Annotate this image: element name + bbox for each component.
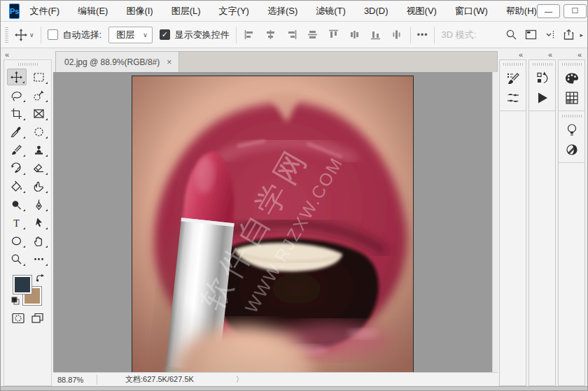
lightbulb-icon[interactable] bbox=[561, 120, 582, 140]
search-icon[interactable] bbox=[504, 28, 518, 42]
history-brush-tool[interactable] bbox=[7, 159, 27, 176]
expand-dock-icon[interactable]: « bbox=[519, 50, 522, 59]
align-top-icon[interactable] bbox=[327, 28, 341, 42]
vertical-scrollbar[interactable] bbox=[492, 72, 498, 372]
expand-dock-icon[interactable]: « bbox=[578, 50, 581, 59]
swatches-panel-icon[interactable] bbox=[561, 88, 582, 108]
status-expand-icon[interactable]: 〉 bbox=[236, 374, 244, 385]
canvas-area[interactable]: 软件自学网 WWW.RJZXW.COM bbox=[53, 72, 498, 372]
color-panel-icon[interactable] bbox=[561, 69, 582, 88]
auto-select-label: 自动选择: bbox=[63, 29, 102, 41]
path-selection-tool[interactable] bbox=[29, 214, 49, 231]
minimize-button[interactable]: — bbox=[537, 4, 560, 18]
workspace-panel-icon[interactable] bbox=[524, 28, 538, 42]
rectangular-marquee-tool[interactable] bbox=[29, 69, 49, 85]
eraser-tool[interactable] bbox=[29, 159, 49, 176]
auto-select-checkbox[interactable] bbox=[48, 29, 58, 40]
tools-grip-handle[interactable] bbox=[18, 63, 38, 66]
maximize-button[interactable]: ☐ bbox=[564, 4, 587, 18]
align-left-icon[interactable] bbox=[243, 28, 257, 42]
align-bottom-icon[interactable] bbox=[369, 28, 383, 42]
menu-window[interactable]: 窗口(W) bbox=[455, 5, 488, 17]
options-grip-handle[interactable] bbox=[5, 27, 8, 43]
collapse-tools-icon[interactable]: « bbox=[5, 50, 8, 59]
tab-bar-empty-space bbox=[179, 51, 498, 72]
foreground-color-swatch[interactable] bbox=[13, 276, 31, 294]
document-tab[interactable]: 02.jpg @ 88.9%(RGB/8#) × bbox=[55, 51, 179, 72]
swap-colors-icon[interactable] bbox=[36, 273, 44, 285]
dodge-tool[interactable] bbox=[7, 196, 27, 213]
auto-select-target-dropdown[interactable]: 图层 ∨ bbox=[108, 27, 153, 43]
share-icon[interactable] bbox=[561, 28, 575, 42]
align-horizontal-center-icon[interactable] bbox=[264, 28, 278, 42]
brushes-panel-icon[interactable] bbox=[503, 88, 524, 108]
clone-stamp-tool[interactable] bbox=[29, 141, 49, 158]
menu-type[interactable]: 文字(Y) bbox=[219, 5, 249, 17]
minimize-icon: — bbox=[545, 7, 552, 15]
distribute-horizontal-icon[interactable] bbox=[348, 28, 362, 42]
more-align-options-icon[interactable]: ••• bbox=[417, 30, 428, 40]
zoom-tool[interactable] bbox=[7, 250, 27, 267]
document-tab-title: 02.jpg @ 88.9%(RGB/8#) bbox=[64, 57, 160, 67]
dock-grip-handle[interactable] bbox=[562, 115, 582, 118]
menu-image[interactable]: 图像(I) bbox=[126, 5, 153, 17]
menu-file[interactable]: 文件(F) bbox=[29, 5, 59, 17]
hand-tool[interactable] bbox=[29, 232, 49, 249]
brush-settings-panel-icon[interactable] bbox=[503, 69, 524, 88]
ellipse-tool[interactable] bbox=[7, 232, 27, 249]
history-panel-icon[interactable] bbox=[532, 69, 553, 88]
dock-grip-handle[interactable] bbox=[562, 63, 582, 66]
align-vertical-center-icon[interactable] bbox=[306, 28, 320, 42]
move-tool[interactable] bbox=[7, 69, 27, 85]
tool-preset-chevron-icon[interactable]: ∨ bbox=[29, 31, 34, 38]
menu-select[interactable]: 选择(S) bbox=[267, 5, 298, 17]
document-image[interactable]: 软件自学网 WWW.RJZXW.COM bbox=[132, 76, 414, 372]
show-transform-checkbox[interactable]: ✓ bbox=[160, 29, 170, 40]
spot-healing-brush-tool[interactable] bbox=[29, 123, 49, 140]
menu-view[interactable]: 视图(V) bbox=[407, 5, 437, 17]
dock-strip-color: « bbox=[558, 50, 585, 386]
menu-filter[interactable]: 滤镜(T) bbox=[316, 5, 346, 17]
menu-edit[interactable]: 编辑(E) bbox=[78, 5, 108, 17]
dock-grip-handle[interactable] bbox=[533, 63, 552, 66]
document-size-info: 文档:627.5K/627.5K bbox=[125, 374, 194, 385]
workspace: « bbox=[1, 48, 587, 386]
logo-text: Ps bbox=[10, 7, 19, 15]
smudge-tool[interactable] bbox=[29, 178, 49, 194]
title-bar: Ps 文件(F) 编辑(E) 图像(I) 图层(L) 文字(Y) 选择(S) 滤… bbox=[1, 1, 587, 22]
dock-strip-history: « bbox=[528, 50, 556, 386]
adjustments-panel-icon[interactable] bbox=[561, 140, 582, 159]
expand-dock-icon[interactable]: « bbox=[548, 50, 552, 59]
window-bottom-edge bbox=[1, 386, 587, 390]
photoshop-logo-icon: Ps bbox=[9, 3, 20, 19]
screen-mode-button[interactable] bbox=[31, 312, 45, 327]
frame-tool[interactable] bbox=[29, 105, 49, 122]
brush-tool[interactable] bbox=[7, 141, 27, 158]
pen-tool[interactable] bbox=[29, 196, 49, 213]
quick-mask-button[interactable] bbox=[11, 312, 25, 327]
window-controls: — ☐ ✕ bbox=[537, 4, 588, 18]
close-tab-icon[interactable]: × bbox=[167, 57, 172, 67]
type-tool[interactable]: T bbox=[7, 214, 27, 231]
paint-bucket-tool[interactable] bbox=[7, 178, 27, 194]
menu-layer[interactable]: 图层(L) bbox=[172, 5, 201, 17]
options-flyout-icon[interactable]: ▸ bbox=[580, 31, 583, 38]
distribute-vertical-icon[interactable] bbox=[390, 28, 404, 42]
status-bar: 88.87% 文档:627.5K/627.5K 〉 bbox=[53, 372, 498, 386]
alignment-buttons bbox=[243, 28, 404, 42]
eyedropper-tool[interactable] bbox=[7, 123, 27, 140]
align-right-icon[interactable] bbox=[285, 28, 299, 42]
menu-help[interactable]: 帮助(H) bbox=[506, 5, 537, 17]
actions-panel-icon[interactable] bbox=[532, 88, 553, 108]
crop-tool[interactable] bbox=[7, 105, 27, 122]
move-tool-preset-icon[interactable] bbox=[14, 28, 28, 42]
dock-grip-handle[interactable] bbox=[503, 63, 523, 66]
default-colors-icon[interactable] bbox=[11, 295, 20, 308]
quick-selection-tool[interactable] bbox=[29, 87, 49, 104]
photoshop-window: Ps 文件(F) 编辑(E) 图像(I) 图层(L) 文字(Y) 选择(S) 滤… bbox=[0, 0, 588, 391]
edit-toolbar-button[interactable] bbox=[29, 250, 49, 267]
zoom-level-field[interactable]: 88.87% bbox=[53, 376, 97, 384]
lasso-tool[interactable] bbox=[7, 87, 27, 104]
menu-3d[interactable]: 3D(D) bbox=[364, 6, 388, 16]
chevron-collapse-icon[interactable] bbox=[543, 28, 557, 42]
